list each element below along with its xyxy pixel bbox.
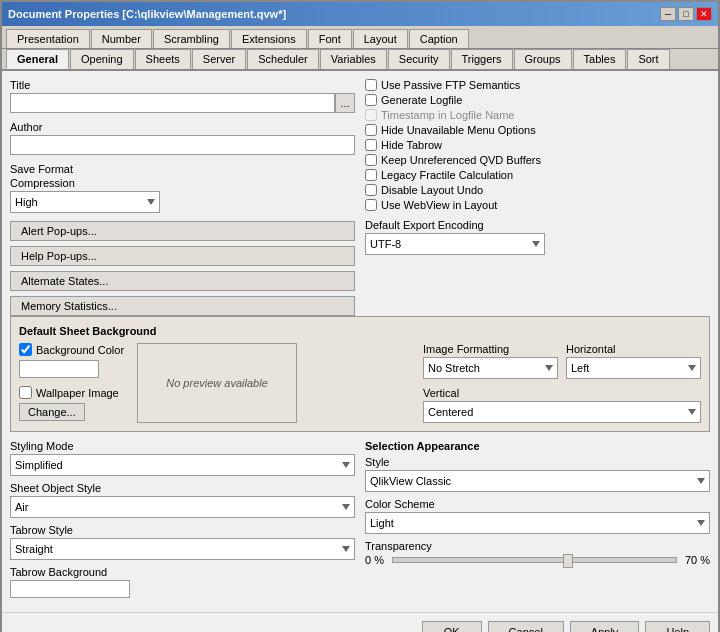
selection-style-select[interactable]: QlikView Classic Checkbox LED Checkbox xyxy=(365,470,710,492)
author-field-group: Author xyxy=(10,121,355,155)
checkbox-hide-tabrow: Hide Tabrow xyxy=(365,139,710,151)
hide-tabrow-checkbox[interactable] xyxy=(365,139,377,151)
transparency-slider-track[interactable] xyxy=(392,557,677,563)
tab-sheets[interactable]: Sheets xyxy=(135,49,191,69)
bg-color-swatch[interactable] xyxy=(19,360,99,378)
tab-triggers[interactable]: Triggers xyxy=(451,49,513,69)
selection-style-select-wrap: QlikView Classic Checkbox LED Checkbox xyxy=(365,470,710,492)
minimize-button[interactable]: ─ xyxy=(660,7,676,21)
change-button[interactable]: Change... xyxy=(19,403,85,421)
tab-variables[interactable]: Variables xyxy=(320,49,387,69)
right-column: Use Passive FTP Semantics Generate Logfi… xyxy=(365,79,710,316)
hide-unavailable-checkbox[interactable] xyxy=(365,124,377,136)
transparency-row-group: Transparency 0 % 70 % xyxy=(365,540,710,566)
tab-caption[interactable]: Caption xyxy=(409,29,469,48)
title-bar-buttons: ─ □ ✕ xyxy=(660,7,712,21)
alternate-states-button[interactable]: Alternate States... xyxy=(10,271,355,291)
tabrow-style-label: Tabrow Style xyxy=(10,524,355,536)
tab-opening[interactable]: Opening xyxy=(70,49,134,69)
generate-logfile-checkbox[interactable] xyxy=(365,94,377,106)
bg-color-label: Background Color xyxy=(36,344,124,356)
horizontal-label: Horizontal xyxy=(566,343,701,355)
checkbox-passive-ftp: Use Passive FTP Semantics xyxy=(365,79,710,91)
timestamp-logfile-label: Timestamp in Logfile Name xyxy=(381,109,514,121)
styling-mode-label: Styling Mode xyxy=(10,440,355,452)
checkbox-keep-unreferenced: Keep Unreferenced QVD Buffers xyxy=(365,154,710,166)
wallpaper-checkbox[interactable] xyxy=(19,386,32,399)
tab-number[interactable]: Number xyxy=(91,29,152,48)
cancel-button[interactable]: Cancel xyxy=(488,621,564,632)
bg-right-panel: Image Formatting No Stretch Stretch Fit … xyxy=(423,343,701,423)
timestamp-logfile-checkbox[interactable] xyxy=(365,109,377,121)
compression-select[interactable]: High Medium Low None xyxy=(10,191,160,213)
compression-label: Compression xyxy=(10,177,355,189)
close-button[interactable]: ✕ xyxy=(696,7,712,21)
tabrow-bg-swatch[interactable] xyxy=(10,580,130,598)
styling-mode-row: Styling Mode Simplified Custom xyxy=(10,440,355,476)
transparency-slider-thumb[interactable] xyxy=(563,554,573,568)
maximize-button[interactable]: □ xyxy=(678,7,694,21)
tab-font[interactable]: Font xyxy=(308,29,352,48)
disable-layout-undo-label: Disable Layout Undo xyxy=(381,184,483,196)
tab-sort[interactable]: Sort xyxy=(627,49,669,69)
tab-general[interactable]: General xyxy=(6,49,69,69)
disable-layout-undo-checkbox[interactable] xyxy=(365,184,377,196)
title-browse-button[interactable]: … xyxy=(335,93,355,113)
use-webview-label: Use WebView in Layout xyxy=(381,199,497,211)
color-scheme-select-wrap: Light Dark Windows xyxy=(365,512,710,534)
tab-scrambling[interactable]: Scrambling xyxy=(153,29,230,48)
alert-popups-button[interactable]: Alert Pop-ups... xyxy=(10,221,355,241)
tab-tables[interactable]: Tables xyxy=(573,49,627,69)
export-encoding-label: Default Export Encoding xyxy=(365,219,710,231)
transparency-control-row: 0 % 70 % xyxy=(365,554,710,566)
sheet-object-style-label: Sheet Object Style xyxy=(10,482,355,494)
color-scheme-row: Color Scheme Light Dark Windows xyxy=(365,498,710,534)
memory-statistics-button[interactable]: Memory Statistics... xyxy=(10,296,355,316)
bottom-panels: Styling Mode Simplified Custom Sheet Obj… xyxy=(10,440,710,604)
selection-style-row: Style QlikView Classic Checkbox LED Chec… xyxy=(365,456,710,492)
horizontal-select[interactable]: Left Center Right xyxy=(566,357,701,379)
title-label: Title xyxy=(10,79,355,91)
popup-buttons-group: Alert Pop-ups... Help Pop-ups... Alterna… xyxy=(10,221,355,316)
transparency-min-label: 0 % xyxy=(365,554,384,566)
legacy-fractile-checkbox[interactable] xyxy=(365,169,377,181)
hide-tabrow-label: Hide Tabrow xyxy=(381,139,442,151)
preview-panel: No preview available xyxy=(137,343,415,423)
tabs-row2: General Opening Sheets Server Scheduler … xyxy=(2,49,718,71)
apply-button[interactable]: Apply xyxy=(570,621,640,632)
main-content: Title … Author Save Format Compression xyxy=(2,71,718,612)
styling-column: Styling Mode Simplified Custom Sheet Obj… xyxy=(10,440,355,604)
save-format-section: Save Format Compression High Medium Low … xyxy=(10,163,355,213)
color-scheme-label: Color Scheme xyxy=(365,498,710,510)
help-popups-button[interactable]: Help Pop-ups... xyxy=(10,246,355,266)
use-webview-checkbox[interactable] xyxy=(365,199,377,211)
sheet-object-style-select[interactable]: Air Classic Office xyxy=(10,496,355,518)
tab-scheduler[interactable]: Scheduler xyxy=(247,49,319,69)
tab-server[interactable]: Server xyxy=(192,49,246,69)
tab-extensions[interactable]: Extensions xyxy=(231,29,307,48)
styling-mode-select[interactable]: Simplified Custom xyxy=(10,454,355,476)
horizontal-group: Horizontal Left Center Right xyxy=(566,343,701,379)
tab-groups[interactable]: Groups xyxy=(514,49,572,69)
vertical-select[interactable]: Top Centered Bottom xyxy=(423,401,701,423)
tab-layout[interactable]: Layout xyxy=(353,29,408,48)
selection-style-label: Style xyxy=(365,456,710,468)
keep-unreferenced-checkbox[interactable] xyxy=(365,154,377,166)
title-field-group: Title … xyxy=(10,79,355,113)
image-formatting-select[interactable]: No Stretch Stretch Fit Fill xyxy=(423,357,558,379)
bg-color-checkbox[interactable] xyxy=(19,343,32,356)
styling-mode-select-wrap: Simplified Custom xyxy=(10,454,355,476)
color-scheme-select[interactable]: Light Dark Windows xyxy=(365,512,710,534)
title-input[interactable] xyxy=(10,93,335,113)
tabrow-style-select[interactable]: Straight Rounded xyxy=(10,538,355,560)
export-encoding-select[interactable]: UTF-8 ANSI Unicode xyxy=(365,233,545,255)
tab-presentation[interactable]: Presentation xyxy=(6,29,90,48)
help-button[interactable]: Help xyxy=(645,621,710,632)
author-input[interactable] xyxy=(10,135,355,155)
ok-button[interactable]: OK xyxy=(422,621,482,632)
passive-ftp-checkbox[interactable] xyxy=(365,79,377,91)
tab-security[interactable]: Security xyxy=(388,49,450,69)
two-col-layout: Title … Author Save Format Compression xyxy=(10,79,710,316)
wallpaper-row: Wallpaper Image xyxy=(19,386,129,399)
checkbox-disable-layout-undo: Disable Layout Undo xyxy=(365,184,710,196)
